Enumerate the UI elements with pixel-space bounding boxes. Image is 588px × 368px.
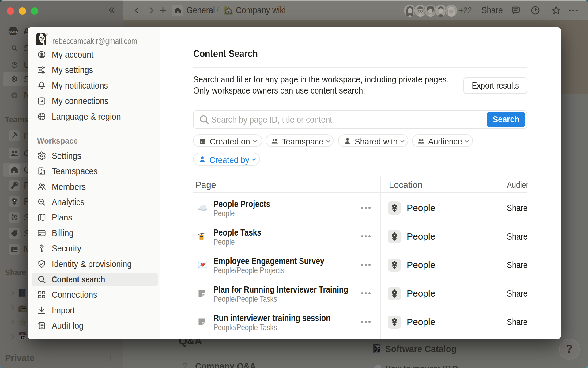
- svg-text:ACME: ACME: [9, 30, 17, 33]
